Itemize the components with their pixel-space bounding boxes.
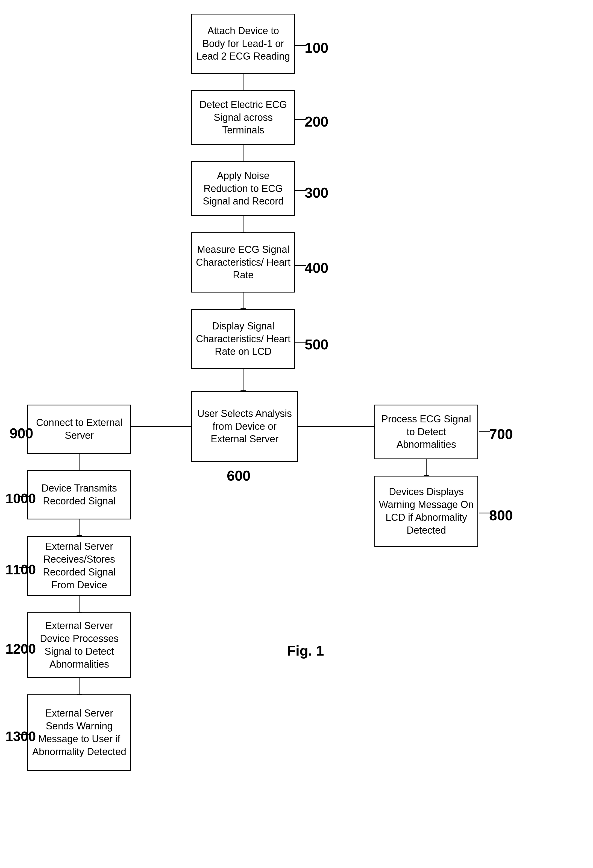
box-300-label: Apply Noise Reduction to ECG Signal and … [195,170,292,208]
box-400: Measure ECG Signal Characteristics/ Hear… [191,232,295,292]
label-300: 300 [305,185,329,201]
box-600: User Selects Analysis from Device or Ext… [191,391,298,462]
box-700: Process ECG Signal to Detect Abnormaliti… [375,404,478,459]
label-1300: 1300 [6,729,36,744]
box-900-label: Connect to External Server [31,416,128,442]
box-700-label: Process ECG Signal to Detect Abnormaliti… [378,413,475,451]
box-400-label: Measure ECG Signal Characteristics/ Hear… [195,243,292,282]
box-600-label: User Selects Analysis from Device or Ext… [195,407,294,446]
label-900: 900 [10,425,33,441]
box-800-label: Devices Displays Warning Message On LCD … [378,486,475,537]
box-200: Detect Electric ECG Signal across Termin… [191,90,295,145]
box-1000: Device Transmits Recorded Signal [27,470,131,520]
label-700: 700 [489,426,513,442]
label-1100: 1100 [6,562,36,578]
arrow-700-800 [426,459,426,476]
box-1100: External Server Receives/Stores Recorded… [27,536,131,596]
label-200: 200 [305,114,329,130]
box-300: Apply Noise Reduction to ECG Signal and … [191,161,295,216]
label-600: 600 [227,468,251,484]
arrow-900-1000 [79,454,80,470]
arrow-100-200 [243,74,243,90]
box-500: Display Signal Characteristics/ Heart Ra… [191,309,295,369]
diagram-container: Attach Device to Body for Lead-1 or Lead… [0,0,593,868]
arrow-200-300 [243,145,243,161]
box-500-label: Display Signal Characteristics/ Heart Ra… [195,320,292,358]
arrow-400-500 [243,292,243,309]
label-1000: 1000 [6,491,36,506]
box-1200-label: External Server Device Processes Signal … [31,620,128,671]
arrow-1200-1300 [79,678,80,694]
box-1200: External Server Device Processes Signal … [27,613,131,678]
arrow-600-700-h [298,426,375,427]
box-100: Attach Device to Body for Lead-1 or Lead… [191,14,295,74]
box-1300: External Server Sends Warning Message to… [27,694,131,771]
box-200-label: Detect Electric ECG Signal across Termin… [195,99,292,137]
arrow-500-600 [243,369,243,391]
fig-label: Fig. 1 [287,642,324,659]
arrow-300-400 [243,216,243,232]
label-500: 500 [305,336,329,353]
arrow-1100-1200 [79,596,80,613]
box-800: Devices Displays Warning Message On LCD … [375,476,478,547]
label-400: 400 [305,260,329,276]
box-1000-label: Device Transmits Recorded Signal [31,482,128,508]
arrow-1000-1100 [79,520,80,536]
label-800: 800 [489,507,513,524]
box-1100-label: External Server Receives/Stores Recorded… [31,540,128,591]
label-100: 100 [305,40,329,56]
box-1300-label: External Server Sends Warning Message to… [31,707,128,758]
box-900: Connect to External Server [27,404,131,454]
box-100-label: Attach Device to Body for Lead-1 or Lead… [195,25,292,63]
label-1200: 1200 [6,641,36,657]
